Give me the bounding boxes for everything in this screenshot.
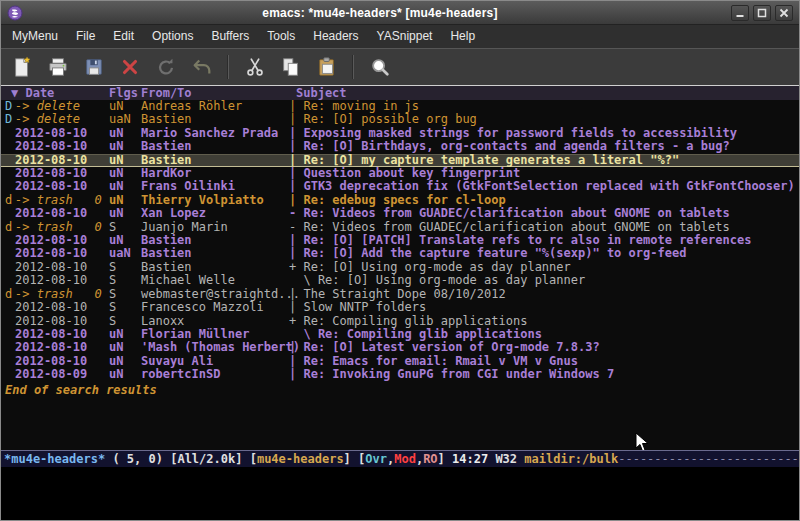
mouse-cursor [635, 432, 649, 450]
cell-subject: \ Re: Compiling glib applications [289, 328, 799, 341]
cell-mark [5, 247, 15, 260]
minimize-button[interactable] [731, 5, 749, 21]
cell-flags: uN [109, 234, 141, 247]
modeline-segment-dashes: ----------------------------------------… [618, 452, 799, 466]
column-header-subject[interactable]: Subject [289, 86, 799, 100]
cell-subject: | Re: [O] [PATCH] Translate refs to rc a… [289, 234, 799, 247]
message-row[interactable]: D-> deleteuNAndreas Röhler| Re: moving i… [1, 100, 799, 113]
column-header-date[interactable]: ▼ Date [5, 86, 109, 100]
cut-icon [244, 56, 266, 78]
cell-date: 2012-08-10 [15, 301, 109, 314]
cell-mark [5, 368, 15, 381]
message-row[interactable]: 2012-08-10uNFrans Oilinki| GTK3 deprecat… [1, 180, 799, 193]
menu-item-tools[interactable]: Tools [258, 25, 304, 48]
search-button[interactable] [364, 53, 395, 82]
menu-item-file[interactable]: File [67, 25, 104, 48]
message-row[interactable]: 2012-08-10SFrancesco Mazzoli| Slow NNTP … [1, 301, 799, 314]
message-row[interactable]: 2012-08-10SLanoxx+ Re: Compiling glib ap… [1, 315, 799, 328]
paste-button[interactable] [311, 53, 342, 82]
close-button[interactable] [775, 5, 793, 21]
message-row[interactable]: 2012-08-10uNXan Lopez- Re: Videos from G… [1, 207, 799, 220]
menu-item-yasnippet[interactable]: YASnippet [368, 25, 442, 48]
cell-date: -> trash 0 [15, 288, 109, 301]
modeline-segment-plain: [All/2.0k] [170, 452, 249, 466]
cell-subject: | Exposing masked strings for password f… [289, 127, 799, 140]
message-row[interactable]: d-> trash 0Swebmaster@straightd...| The … [1, 288, 799, 301]
message-row[interactable]: d-> trash 0SJuanjo Marin- Re: Videos fro… [1, 221, 799, 234]
cell-date: -> trash 0 [15, 194, 109, 207]
mode-line[interactable]: *mu4e-headers* ( 5, 0) [All/2.0k] [mu4e-… [1, 450, 799, 467]
cell-subject: | Re: [O] Latest version of Org-mode 7.8… [289, 341, 799, 354]
menu-item-buffers[interactable]: Buffers [202, 25, 258, 48]
undo-button[interactable] [186, 53, 217, 82]
toolbar-separator [227, 55, 229, 79]
cell-from: Andreas Röhler [141, 100, 289, 113]
cell-flags: uN [109, 355, 141, 368]
cell-from: Frans Oilinki [141, 180, 289, 193]
cell-from: Suvayu Ali [141, 355, 289, 368]
modeline-segment-mod: Mod [394, 452, 416, 466]
cell-mark [5, 261, 15, 274]
header-line: ▼ Date Flgs From/To Subject [1, 86, 799, 100]
window-title: emacs: *mu4e-headers* [mu4e-headers] [29, 6, 731, 20]
cell-date: -> delete [15, 100, 109, 113]
cell-from: Bastien [141, 247, 289, 260]
cell-subject: \ Re: [O] Using org-mode as day planner [289, 274, 799, 287]
modeline-segment-time: 14:27 [452, 452, 488, 466]
cell-flags: S [109, 288, 141, 301]
paste-icon [316, 56, 338, 78]
menu-item-mymenu[interactable]: MyMenu [3, 25, 67, 48]
menu-item-help[interactable]: Help [441, 25, 484, 48]
titlebar[interactable]: emacs: *mu4e-headers* [mu4e-headers] [1, 1, 799, 25]
message-row-current[interactable]: 2012-08-10uNBastien| Re: [O] my capture … [1, 154, 799, 167]
cell-flags: uN [109, 127, 141, 140]
message-row[interactable]: 2012-08-10SBastien+ Re: [O] Using org-mo… [1, 261, 799, 274]
cell-flags: uN [109, 207, 141, 220]
refresh-button[interactable] [150, 53, 181, 82]
cell-from: Bastien [141, 154, 289, 167]
new-file-button[interactable] [6, 53, 37, 82]
cell-date: 2012-08-10 [15, 274, 109, 287]
message-row[interactable]: 2012-08-10uNHardKor| Question about key … [1, 167, 799, 180]
cell-flags: S [109, 301, 141, 314]
message-row[interactable]: 2012-08-10uNMario Sanchez Prada| Exposin… [1, 127, 799, 140]
cell-mark [5, 207, 15, 220]
message-row[interactable]: 2012-08-10SMichael Welle \ Re: [O] Using… [1, 274, 799, 287]
echo-area[interactable] [1, 467, 799, 520]
copy-button[interactable] [275, 53, 306, 82]
maximize-button[interactable] [753, 5, 771, 21]
message-row[interactable]: 2012-08-10uNSuvayu Ali| Re: Emacs for em… [1, 355, 799, 368]
close-buffer-button[interactable] [114, 53, 145, 82]
save-button[interactable] [78, 53, 109, 82]
cell-mark [5, 127, 15, 140]
cell-date: 2012-08-10 [15, 328, 109, 341]
cut-button[interactable] [239, 53, 270, 82]
message-row[interactable]: 2012-08-10uNFlorian Müllner \ Re: Compil… [1, 328, 799, 341]
modeline-segment-buffer: *mu4e-headers* [4, 452, 105, 466]
message-row[interactable]: 2012-08-10uNBastien| Re: [O] Birthdays, … [1, 140, 799, 153]
column-header-flags[interactable]: Flgs [109, 86, 141, 100]
undo-icon [191, 56, 213, 78]
cell-mark [5, 154, 15, 167]
message-row[interactable]: d-> trash 0uNThierry Volpiatto| Re: edeb… [1, 194, 799, 207]
menu-item-headers[interactable]: Headers [304, 25, 367, 48]
cell-mark [5, 355, 15, 368]
cell-from: Bastien [141, 113, 289, 126]
message-row[interactable]: 2012-08-09uNrobertcInSD| Re: Invoking Gn… [1, 368, 799, 381]
message-row[interactable]: 2012-08-10uN'Mash (Thomas Herbert)| Re: … [1, 341, 799, 354]
modeline-segment-maildir: maildir:/bulk [524, 452, 618, 466]
print-button[interactable] [42, 53, 73, 82]
cell-flags: uN [109, 100, 141, 113]
emacs-icon [7, 5, 23, 21]
cell-from: Xan Lopez [141, 207, 289, 220]
message-row[interactable]: D-> deleteuaNBastien| Re: [O] possible o… [1, 113, 799, 126]
message-row[interactable]: 2012-08-10uNBastien| Re: [O] [PATCH] Tra… [1, 234, 799, 247]
headers-buffer[interactable]: ▼ Date Flgs From/To Subject D-> deleteuN… [1, 86, 799, 450]
cell-subject: | GTK3 deprecation fix (GtkFontSelection… [289, 180, 799, 193]
cell-date: -> trash 0 [15, 221, 109, 234]
cell-date: 2012-08-10 [15, 261, 109, 274]
menu-item-edit[interactable]: Edit [104, 25, 143, 48]
column-header-from[interactable]: From/To [141, 86, 289, 100]
menu-item-options[interactable]: Options [143, 25, 202, 48]
message-row[interactable]: 2012-08-10uaNBastien| Re: [O] Add the ca… [1, 247, 799, 260]
